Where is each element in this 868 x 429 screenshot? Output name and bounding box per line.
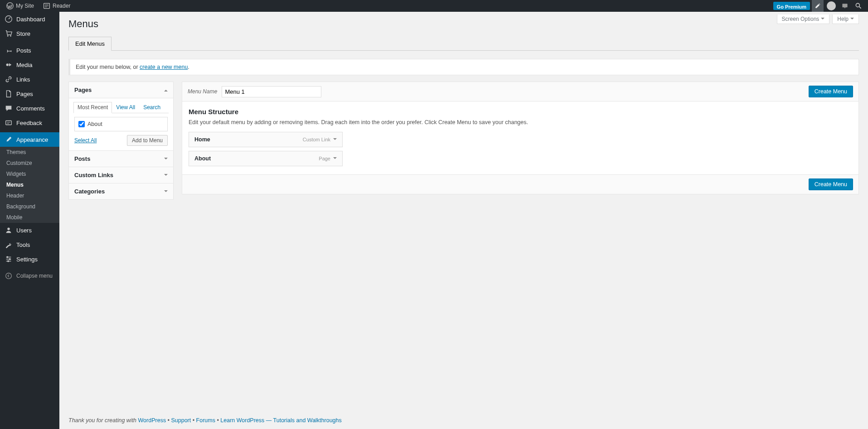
adminbar-reader-label: Reader (53, 0, 70, 12)
tab-edit-menus[interactable]: Edit Menus (68, 37, 112, 51)
svg-line-7 (859, 7, 861, 9)
menu-item-about[interactable]: AboutPage (189, 151, 343, 166)
submenu-item-header[interactable]: Header (0, 190, 59, 201)
sidebar-item-label: Media (16, 62, 32, 68)
accordion-custom-links: Custom Links (68, 167, 174, 183)
link-icon (5, 75, 13, 83)
sidebar-item-label: Settings (16, 256, 38, 263)
svg-point-15 (7, 228, 10, 230)
pages-tabs: Most Recent View All Search (73, 102, 169, 113)
pages-tab-search[interactable]: Search (139, 102, 165, 113)
add-to-menu-button[interactable]: Add to Menu (127, 135, 168, 146)
adminbar-notifications[interactable] (839, 0, 851, 12)
accordion-pages: Pages Most Recent View All Search Ab (68, 82, 174, 151)
adminbar-search[interactable] (853, 0, 864, 12)
sidebar-item-store[interactable]: Store (0, 26, 59, 41)
select-all-link[interactable]: Select All (74, 137, 97, 144)
menu-items-list: HomeCustom LinkAboutPage (189, 132, 852, 166)
sidebar-item-collapse-menu[interactable]: Collapse menu (0, 269, 59, 283)
adminbar-mysite[interactable]: My Site (4, 0, 37, 12)
comment-icon (5, 104, 13, 112)
submenu-item-widgets[interactable]: Widgets (0, 169, 59, 179)
submenu-item-background[interactable]: Background (0, 201, 59, 212)
adminbar-reader[interactable]: Reader (40, 0, 73, 12)
accordion-pages-header[interactable]: Pages (69, 82, 173, 98)
sidebar-item-settings[interactable]: Settings (0, 252, 59, 266)
accordion-posts: Posts (68, 151, 174, 167)
cart-icon (5, 29, 13, 38)
accordion-custom-links-header[interactable]: Custom Links (69, 167, 173, 183)
chevron-down-icon (164, 158, 168, 161)
sidebar-item-pages[interactable]: Pages (0, 87, 59, 101)
admin-footer: Thank you for creating with WordPress • … (59, 412, 868, 429)
menu-name-input[interactable] (222, 86, 321, 97)
pages-tab-view-all[interactable]: View All (112, 102, 139, 113)
svg-point-22 (6, 273, 12, 279)
adminbar-edit-icon[interactable] (812, 0, 824, 12)
footer-support-link[interactable]: Support (171, 417, 191, 424)
chevron-down-icon (333, 138, 337, 142)
wordpress-logo-icon (6, 2, 14, 10)
chevron-down-icon (164, 190, 168, 194)
svg-point-19 (7, 256, 8, 258)
sidebar-item-label: Tools (16, 241, 30, 248)
sidebar-item-appearance[interactable]: Appearance (0, 132, 59, 147)
chevron-down-icon (821, 18, 824, 21)
sidebar-item-links[interactable]: Links (0, 72, 59, 87)
sidebar-item-tools[interactable]: Tools (0, 237, 59, 252)
accordion-categories-header[interactable]: Categories (69, 183, 173, 199)
go-premium-button[interactable]: Go Premium (773, 2, 810, 10)
sidebar-item-label: Comments (16, 105, 45, 112)
sidebar-item-label: Store (16, 30, 30, 37)
svg-point-20 (9, 259, 10, 260)
sidebar-item-feedback[interactable]: Feedback (0, 116, 59, 130)
brush-icon (5, 135, 13, 144)
svg-point-6 (856, 3, 859, 7)
create-menu-button-top[interactable]: Create Menu (809, 86, 853, 97)
feedback-icon (5, 119, 13, 127)
sidebar-item-comments[interactable]: Comments (0, 101, 59, 116)
reader-icon (43, 2, 50, 10)
admin-sidebar: DashboardStorePostsMediaLinksPagesCommen… (0, 12, 59, 429)
sidebar-item-label: Collapse menu (16, 273, 53, 279)
adminbar-avatar[interactable] (825, 0, 837, 12)
menu-item-type: Page (319, 156, 337, 161)
menu-item-title: About (194, 155, 211, 162)
pages-tab-most-recent[interactable]: Most Recent (73, 102, 112, 113)
appearance-submenu: ThemesCustomizeWidgetsMenusHeaderBackgro… (0, 147, 59, 223)
svg-point-9 (7, 35, 9, 37)
sidebar-item-posts[interactable]: Posts (0, 43, 59, 58)
avatar-icon (827, 1, 836, 10)
sidebar-item-label: Pages (16, 91, 33, 97)
footer-forums-link[interactable]: Forums (196, 417, 215, 424)
create-new-menu-link[interactable]: create a new menu (140, 64, 188, 70)
menu-edit-header: Menu Name Create Menu (182, 82, 858, 101)
page-checkbox-input[interactable] (78, 121, 85, 127)
pages-checklist: About (74, 117, 168, 131)
screen-options-button[interactable]: Screen Options (777, 14, 830, 24)
submenu-item-menus[interactable]: Menus (0, 179, 59, 190)
help-button[interactable]: Help (832, 14, 859, 24)
svg-point-21 (8, 260, 9, 262)
media-icon (5, 61, 13, 69)
menu-item-home[interactable]: HomeCustom Link (189, 132, 343, 147)
menu-item-title: Home (194, 136, 210, 143)
menu-management: Menu Name Create Menu Menu Structure Edi… (182, 82, 859, 194)
footer-learn-link[interactable]: Learn WordPress — Tutorials and Walkthro… (220, 417, 341, 424)
footer-wordpress-link[interactable]: WordPress (138, 417, 166, 424)
chevron-down-icon (333, 157, 337, 161)
accordion-posts-header[interactable]: Posts (69, 151, 173, 167)
page-title: Menus (68, 18, 98, 30)
menu-structure-description: Edit your default menu by adding or remo… (189, 119, 852, 125)
sidebar-item-media[interactable]: Media (0, 58, 59, 72)
sidebar-item-dashboard[interactable]: Dashboard (0, 12, 59, 26)
create-menu-button-bottom[interactable]: Create Menu (809, 178, 853, 190)
submenu-item-customize[interactable]: Customize (0, 158, 59, 169)
submenu-item-mobile[interactable]: Mobile (0, 212, 59, 223)
sidebar-item-users[interactable]: Users (0, 223, 59, 237)
menu-notice: Edit your menu below, or create a new me… (68, 59, 859, 75)
submenu-item-themes[interactable]: Themes (0, 147, 59, 158)
sidebar-item-label: Posts (16, 47, 31, 54)
wrench-icon (5, 241, 13, 249)
page-checkbox-about[interactable]: About (78, 121, 164, 127)
